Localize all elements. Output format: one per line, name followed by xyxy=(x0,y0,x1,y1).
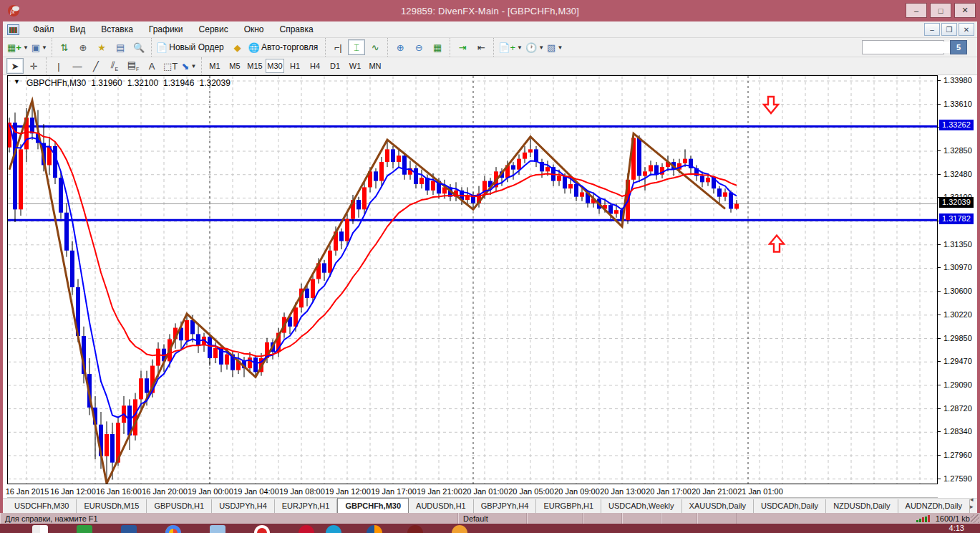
title-bar[interactable]: fx 129859: DivenFX-Main - [GBPCHFh,M30] … xyxy=(0,0,980,21)
taskbar-clock[interactable]: 4:13 xyxy=(949,524,964,532)
menu-5[interactable]: Окно xyxy=(236,22,272,37)
chart-tab-gbpjpyh-h4[interactable]: GBPJPYh,H4 xyxy=(474,499,537,513)
tab-scroll-arrows[interactable]: ◂ ▸ xyxy=(970,496,974,513)
auto-scroll-button[interactable]: ⇥ xyxy=(454,39,471,55)
taskbar-app-icon-opera[interactable] xyxy=(254,525,270,533)
zoom-in-button[interactable]: ⊕ xyxy=(392,39,409,55)
indicators-button[interactable]: 📄+▼ xyxy=(498,39,523,55)
time-tick-label: 20 Jan 05:00 xyxy=(508,487,554,496)
vertical-line-tool-button[interactable]: | xyxy=(50,58,67,74)
chart-tab-nzdusdh-daily[interactable]: NZDUSDh,Daily xyxy=(826,499,898,513)
start-button-icon[interactable] xyxy=(32,525,48,533)
chart-tab-usdcadh-weekly[interactable]: USDCADh,Weekly xyxy=(601,499,682,513)
menu-3[interactable]: Графики xyxy=(141,22,191,37)
time-axis[interactable]: 16 Jan 201516 Jan 12:0016 Jan 16:0016 Ja… xyxy=(7,485,938,498)
taskbar-app-icon-skype[interactable] xyxy=(326,525,341,533)
timeframe-m5-button[interactable]: M5 xyxy=(225,59,244,73)
strategy-tester-button[interactable]: 🔍 xyxy=(130,39,147,55)
status-cell xyxy=(661,513,697,524)
timeframe-h1-button[interactable]: H1 xyxy=(286,59,304,73)
trendline-tool-button[interactable]: ╱ xyxy=(87,58,105,74)
chart-plot-area[interactable]: ▼ GBPCHFh,M30 1.31960 1.32100 1.31946 1.… xyxy=(7,75,938,484)
chart-tab-usdcadh-daily[interactable]: USDCADh,Daily xyxy=(754,499,826,513)
window-minimize-button[interactable]: – xyxy=(906,3,927,18)
chart-tab-audusdh-h1[interactable]: AUDUSDh,H1 xyxy=(409,499,474,513)
taskbar-app-icon-vivaldi[interactable] xyxy=(299,525,314,533)
terminal-button[interactable]: ▤ xyxy=(112,39,129,55)
chart-dropdown-icon[interactable]: ▼ xyxy=(14,78,20,88)
timeframe-d1-button[interactable]: D1 xyxy=(326,59,344,73)
crosshair-tool-button[interactable]: ✛ xyxy=(25,58,42,74)
menu-6[interactable]: Справка xyxy=(272,22,321,37)
market-watch-button[interactable]: ⇅ xyxy=(56,39,73,55)
templates-button[interactable]: ▧▼ xyxy=(546,39,563,55)
menu-4[interactable]: Сервис xyxy=(191,22,236,37)
chart-shift-button[interactable]: ⇤ xyxy=(472,39,490,55)
window-title: 129859: DivenFX-Main - [GBPCHFh,M30] xyxy=(0,6,980,16)
window-close-button[interactable]: ✕ xyxy=(954,3,976,18)
price-tick-mark xyxy=(938,431,941,432)
periods-button[interactable]: 🕐▼ xyxy=(525,39,545,55)
text-tool-button[interactable]: A xyxy=(143,58,160,74)
taskbar-app-icon-drive[interactable] xyxy=(210,525,225,533)
candle-body xyxy=(580,192,584,196)
window-maximize-button[interactable]: □ xyxy=(930,3,951,18)
line-chart-button[interactable]: ∿ xyxy=(367,39,384,55)
taskbar-app-icon-sphere[interactable] xyxy=(452,525,467,533)
timeframe-m30-button[interactable]: M30 xyxy=(266,59,284,73)
navigator-button[interactable]: ★ xyxy=(93,39,110,55)
chart-tab-gbpusdh-h1[interactable]: GBPUSDh,H1 xyxy=(147,499,212,513)
chart-tab-gbpchfh-m30[interactable]: GBPCHFh,M30 xyxy=(337,498,409,513)
zoom-out-button[interactable]: ⊖ xyxy=(410,39,427,55)
menu-1[interactable]: Вид xyxy=(62,22,94,37)
cursor-tool-button[interactable]: ➤ xyxy=(6,58,24,74)
taskbar-app-icon-chrome[interactable] xyxy=(165,525,181,533)
taskbar-app-icon-word[interactable] xyxy=(121,525,137,533)
menu-0[interactable]: Файл xyxy=(25,22,62,37)
candle-body xyxy=(545,167,550,171)
chart-tab-eurjpyh-h1[interactable]: EURJPYh,H1 xyxy=(275,499,338,513)
price-axis[interactable]: 1.339801.336101.332301.328501.324801.321… xyxy=(938,75,977,484)
timeframe-w1-button[interactable]: W1 xyxy=(346,59,364,73)
taskbar-app-icon-firefox[interactable] xyxy=(367,525,382,533)
chart-tab-audnzdh-daily[interactable]: AUDNZDh,Daily xyxy=(898,499,970,513)
autotrading-button[interactable]: 🌐Авто-торговля xyxy=(248,39,321,55)
price-tick-label: 1.30220 xyxy=(943,310,972,319)
taskbar-app-icon-mt4[interactable] xyxy=(407,525,423,533)
search-box[interactable] xyxy=(862,40,944,54)
chart-tab-usdjpyh-h4[interactable]: USDJPYh,H4 xyxy=(212,499,275,513)
data-window-button[interactable]: ⊕ xyxy=(74,39,92,55)
chart-tab-eurgbph-h1[interactable]: EURGBPh,H1 xyxy=(536,499,601,513)
horizontal-line-tool-button[interactable]: — xyxy=(69,58,86,74)
timeframe-m1-button[interactable]: M1 xyxy=(205,59,224,73)
new-chart-button[interactable]: ▦+▼ xyxy=(6,39,29,55)
channel-tool-button[interactable]: ⫽E xyxy=(106,58,123,74)
arrows-tool-button[interactable]: ⬊▼ xyxy=(180,58,198,74)
time-tick-label: 19 Jan 04:00 xyxy=(233,487,279,496)
resize-grip[interactable] xyxy=(971,514,979,523)
chart-tab-usdchfh-m30[interactable]: USDCHFh,M30 xyxy=(7,499,77,513)
chart-tab-eurusdh-m15[interactable]: EURUSDh,M15 xyxy=(77,499,147,513)
chart-profiles-button[interactable]: ▣▼ xyxy=(31,39,48,55)
fibonacci-tool-button[interactable]: ▤F xyxy=(125,58,142,74)
taskbar-app-icon-store[interactable] xyxy=(77,525,92,533)
menu-2[interactable]: Вставка xyxy=(93,22,141,37)
metaeditor-button[interactable]: ◆ xyxy=(229,39,246,55)
community-messages-button[interactable]: 5 xyxy=(950,40,967,54)
candlestick-chart-button[interactable]: ⌶ xyxy=(348,39,365,55)
new-order-button[interactable]: 📄Новый Ордер xyxy=(155,39,228,55)
child-restore-button[interactable]: ❐ xyxy=(941,23,957,36)
tile-windows-button[interactable]: ▦ xyxy=(429,39,446,55)
chart-tab-xauusdh-daily[interactable]: XAUUSDh,Daily xyxy=(682,499,754,513)
price-tick-label: 1.27590 xyxy=(943,474,972,483)
timeframe-m15-button[interactable]: M15 xyxy=(246,59,264,73)
timeframe-h4-button[interactable]: H4 xyxy=(306,59,324,73)
chart-window: ▼ GBPCHFh,M30 1.31960 1.32100 1.31946 1.… xyxy=(3,75,977,498)
child-minimize-button[interactable]: – xyxy=(924,23,940,36)
text-label-tool-button[interactable]: ⬚T xyxy=(162,58,179,74)
candle-body xyxy=(557,176,561,181)
price-tick-label: 1.30600 xyxy=(943,287,972,295)
timeframe-mn-button[interactable]: MN xyxy=(366,59,384,73)
bar-chart-button[interactable]: ⌐| xyxy=(329,39,346,55)
child-close-button[interactable]: ✕ xyxy=(959,23,974,36)
